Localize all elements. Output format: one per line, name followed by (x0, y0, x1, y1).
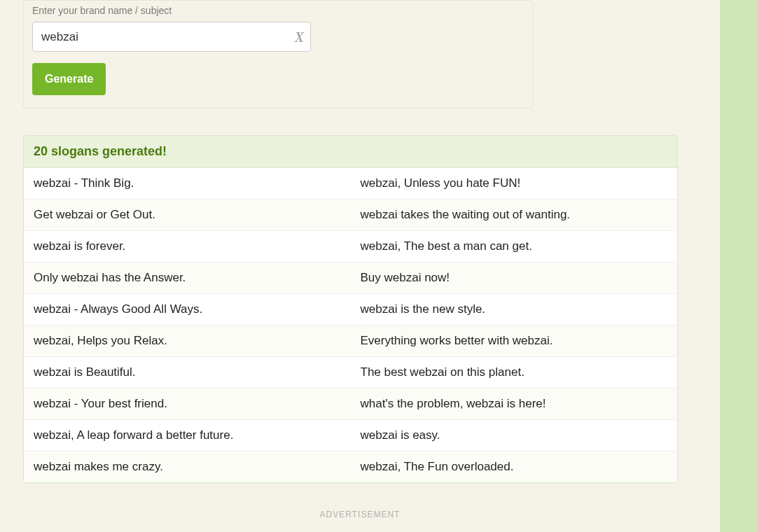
results-row: webzai is forever.webzai, The best a man… (24, 231, 677, 262)
results-row: webzai, Helps you Relax.Everything works… (24, 326, 677, 357)
results-header: 20 slogans generated! (24, 136, 677, 168)
slogan-cell: what's the problem, webzai is here! (351, 388, 678, 419)
results-row: webzai - Your best friend.what's the pro… (24, 388, 677, 420)
slogan-cell: webzai, Unless you hate FUN! (351, 168, 678, 199)
generate-button[interactable]: Generate (32, 63, 106, 95)
slogan-cell: webzai is forever. (24, 231, 351, 262)
sidebar-gap (720, 0, 757, 532)
results-row: Get webzai or Get Out.webzai takes the w… (24, 200, 677, 231)
clear-input-icon[interactable]: X (295, 29, 304, 45)
slogan-cell: webzai - Always Good All Ways. (24, 294, 351, 325)
brand-input-label: Enter your brand name / subject (32, 1, 524, 16)
slogan-cell: webzai, A leap forward a better future. (24, 420, 351, 451)
results-row: webzai makes me crazy.webzai, The Fun ov… (24, 451, 677, 482)
slogan-cell: webzai, Helps you Relax. (24, 326, 351, 356)
slogan-cell: webzai - Your best friend. (24, 388, 351, 419)
slogan-cell: webzai is easy. (351, 420, 678, 451)
slogan-cell: Everything works better with webzai. (351, 326, 678, 356)
slogan-cell: webzai takes the waiting out of wanting. (351, 200, 678, 230)
results-row: webzai - Think Big.webzai, Unless you ha… (24, 168, 677, 200)
results-row: webzai, A leap forward a better future.w… (24, 420, 677, 451)
slogan-cell: webzai makes me crazy. (24, 451, 351, 482)
slogan-cell: The best webzai on this planet. (351, 357, 678, 388)
slogan-cell: webzai - Think Big. (24, 168, 351, 199)
slogan-cell: Get webzai or Get Out. (24, 200, 351, 230)
slogan-cell: webzai is the new style. (351, 294, 678, 325)
results-row: Only webzai has the Answer.Buy webzai no… (24, 262, 677, 294)
brand-input[interactable] (32, 22, 311, 52)
slogan-cell: webzai, The best a man can get. (351, 231, 678, 262)
advertisement-label: ADVERTISEMENT (23, 510, 697, 519)
input-form-panel: Enter your brand name / subject X Genera… (23, 0, 533, 108)
slogan-cell: Buy webzai now! (351, 262, 678, 293)
input-wrapper: X (32, 22, 311, 52)
results-row: webzai is Beautiful.The best webzai on t… (24, 357, 677, 388)
results-body: webzai - Think Big.webzai, Unless you ha… (24, 168, 677, 482)
results-row: webzai - Always Good All Ways.webzai is … (24, 294, 677, 326)
slogan-cell: webzai is Beautiful. (24, 357, 351, 388)
results-panel: 20 slogans generated! webzai - Think Big… (23, 135, 678, 483)
slogan-cell: Only webzai has the Answer. (24, 262, 351, 293)
slogan-cell: webzai, The Fun overloaded. (351, 451, 678, 482)
